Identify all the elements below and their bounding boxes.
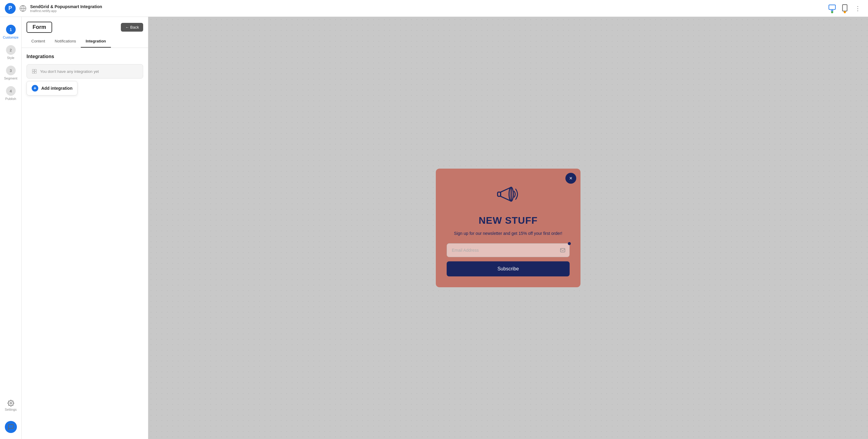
- panel-body: Integrations You don't have any integrat…: [22, 48, 148, 439]
- svg-point-3: [10, 402, 12, 404]
- add-integration-label: Add integration: [41, 86, 72, 91]
- add-integration-button[interactable]: + Add integration: [27, 81, 78, 96]
- main-layout: 1 Customize 2 Style 3 Segment 4 Publish …: [0, 17, 868, 439]
- gear-icon: [7, 400, 14, 406]
- step-4-label: Publish: [5, 97, 16, 101]
- step-style[interactable]: 2 Style: [0, 42, 22, 63]
- svg-rect-7: [35, 72, 36, 73]
- steps-sidebar: 1 Customize 2 Style 3 Segment 4 Publish …: [0, 17, 22, 439]
- popup-icon: [495, 181, 522, 209]
- step-2-label: Style: [7, 56, 14, 60]
- add-icon: +: [32, 85, 38, 92]
- tab-notifications[interactable]: Notifications: [50, 36, 81, 47]
- popup-card: × NEW STUFF Sign up for our newsletter a…: [436, 169, 581, 287]
- panel-tabs: Content Notifications Integration: [22, 33, 148, 48]
- globe-icon: [19, 5, 27, 12]
- step-3-label: Segment: [4, 76, 17, 80]
- panel: Form ← Back Content Notifications Integr…: [22, 17, 148, 439]
- topbar: P SendGrid & Popupsmart Integration tria…: [0, 0, 868, 17]
- email-input[interactable]: [447, 243, 569, 257]
- svg-rect-9: [498, 192, 501, 196]
- desktop-active-dot: [831, 11, 833, 13]
- page-subtitle: trialfirst.netlify.app: [30, 9, 824, 13]
- settings-nav[interactable]: Settings: [0, 396, 22, 415]
- step-publish[interactable]: 4 Publish: [0, 83, 22, 104]
- svg-rect-6: [32, 72, 34, 73]
- page-title: SendGrid & Popupsmart Integration: [30, 4, 824, 9]
- canvas: × NEW STUFF Sign up for our newsletter a…: [148, 17, 868, 439]
- chat-support[interactable]: [0, 415, 22, 439]
- integration-empty-state: You don't have any integration yet: [27, 64, 143, 78]
- svg-rect-1: [829, 5, 835, 9]
- app-logo: P: [5, 3, 16, 14]
- mobile-active-dot: [844, 11, 846, 13]
- step-segment[interactable]: 3 Segment: [0, 63, 22, 83]
- step-customize[interactable]: 1 Customize: [0, 22, 22, 42]
- svg-rect-5: [35, 69, 36, 71]
- settings-label: Settings: [5, 408, 17, 411]
- svg-rect-4: [32, 69, 34, 71]
- integrations-title: Integrations: [27, 54, 143, 59]
- title-block: SendGrid & Popupsmart Integration trialf…: [30, 4, 824, 13]
- email-input-wrap: [447, 243, 569, 257]
- step-4-circle: 4: [6, 86, 16, 96]
- tab-integration[interactable]: Integration: [81, 36, 111, 47]
- step-1-label: Customize: [3, 36, 19, 39]
- empty-state-text: You don't have any integration yet: [40, 69, 99, 74]
- step-1-circle: 1: [6, 25, 16, 34]
- popup-close-button[interactable]: ×: [565, 173, 576, 184]
- desktop-view-button[interactable]: [827, 3, 837, 14]
- subscribe-button[interactable]: Subscribe: [447, 261, 569, 276]
- mobile-view-button[interactable]: [840, 3, 850, 14]
- back-button[interactable]: ← Back: [121, 23, 143, 32]
- step-2-circle: 2: [6, 45, 16, 55]
- input-dot: [568, 242, 571, 245]
- topbar-actions: ⋮: [827, 3, 863, 14]
- chat-bubble-icon[interactable]: [5, 421, 17, 433]
- svg-rect-10: [561, 248, 565, 252]
- svg-rect-2: [842, 4, 847, 11]
- email-icon: [560, 247, 565, 253]
- more-options-button[interactable]: ⋮: [852, 4, 863, 13]
- popup-title: NEW STUFF: [478, 215, 538, 226]
- tab-content[interactable]: Content: [27, 36, 50, 47]
- step-3-circle: 3: [6, 66, 16, 75]
- panel-header: Form ← Back: [22, 17, 148, 33]
- form-badge: Form: [27, 22, 52, 33]
- popup-description: Sign up for our newsletter and get 15% o…: [454, 230, 562, 237]
- integration-icon: [32, 69, 37, 74]
